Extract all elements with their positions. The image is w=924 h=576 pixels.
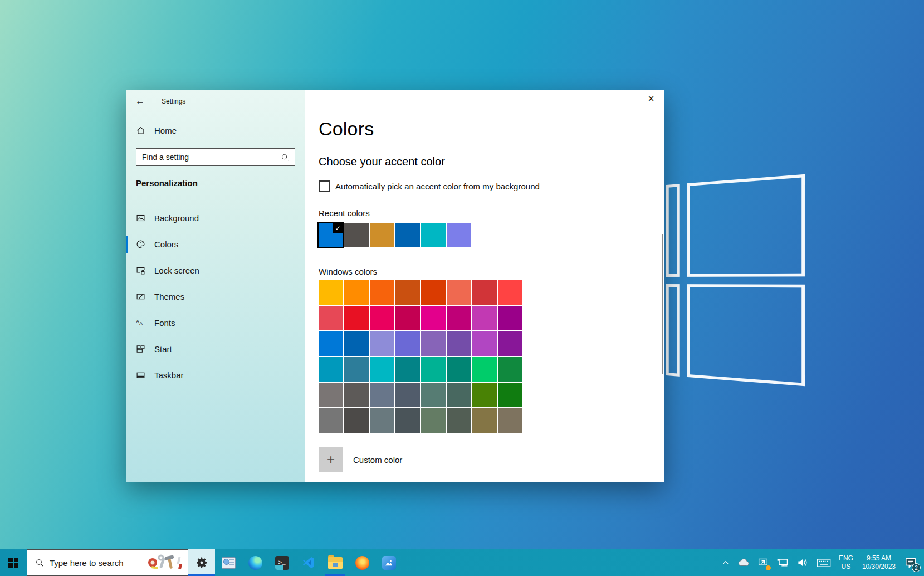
windows-color-swatch[interactable] xyxy=(498,383,522,407)
windows-color-swatch[interactable] xyxy=(447,357,471,382)
sidebar-item-colors[interactable]: Colors xyxy=(126,231,305,257)
legacy-app-icon xyxy=(222,557,236,569)
windows-color-swatch[interactable] xyxy=(319,357,343,382)
windows-color-swatch[interactable] xyxy=(370,408,394,433)
search-tools-illustration xyxy=(146,554,183,571)
sidebar-item-background[interactable]: Background xyxy=(126,205,305,231)
find-setting-search[interactable]: Find a setting xyxy=(136,148,295,166)
windows-color-swatch[interactable] xyxy=(472,331,497,356)
sidebar-item-themes[interactable]: Themes xyxy=(126,284,305,310)
network-tray-icon[interactable] xyxy=(773,549,793,576)
volume-tray-icon[interactable] xyxy=(793,549,813,576)
hidden-icons-chevron[interactable] xyxy=(718,549,734,576)
windows-color-swatch[interactable] xyxy=(370,383,394,407)
windows-color-swatch[interactable] xyxy=(344,383,369,407)
windows-color-swatch[interactable] xyxy=(344,280,369,305)
taskbar-apps: >_ xyxy=(188,549,402,576)
windows-color-swatch[interactable] xyxy=(421,383,446,407)
sidebar-item-label: Fonts xyxy=(154,318,175,328)
windows-color-swatch[interactable] xyxy=(498,280,522,305)
recent-color-swatch[interactable] xyxy=(370,223,394,247)
display-sync-tray-icon[interactable] xyxy=(754,549,773,576)
action-center-button[interactable]: 2 xyxy=(901,549,921,576)
windows-color-swatch[interactable] xyxy=(472,306,497,330)
windows-color-swatch[interactable] xyxy=(421,331,446,356)
touch-keyboard-tray-icon[interactable] xyxy=(813,549,835,576)
windows-color-swatch[interactable] xyxy=(472,383,497,407)
windows-color-swatch[interactable] xyxy=(447,408,471,433)
scrollbar-thumb[interactable] xyxy=(662,234,663,374)
sidebar-item-taskbar[interactable]: Taskbar xyxy=(126,362,305,388)
taskbar-app-firefox[interactable] xyxy=(349,549,375,576)
recent-color-swatch[interactable] xyxy=(395,223,420,247)
windows-color-swatch[interactable] xyxy=(421,280,446,305)
back-button[interactable]: ← xyxy=(135,96,152,107)
sidebar-item-fonts[interactable]: A A Fonts xyxy=(126,310,305,336)
window-title: Settings xyxy=(162,97,185,105)
taskbar-app-settings[interactable] xyxy=(188,549,215,576)
auto-accent-checkbox[interactable] xyxy=(319,180,330,192)
start-button[interactable] xyxy=(0,549,27,576)
search-icon xyxy=(281,153,289,162)
auto-accent-row: Automatically pick an accent color from … xyxy=(319,180,540,192)
windows-color-swatch[interactable] xyxy=(344,408,369,433)
windows-color-swatch[interactable] xyxy=(498,357,522,382)
windows-color-swatch[interactable] xyxy=(319,306,343,330)
recent-color-swatch[interactable] xyxy=(421,223,446,247)
windows-color-swatch[interactable] xyxy=(395,357,420,382)
windows-color-swatch[interactable] xyxy=(370,280,394,305)
windows-color-swatch[interactable] xyxy=(319,280,343,305)
windows-color-swatch[interactable] xyxy=(395,383,420,407)
sidebar-item-home[interactable]: Home xyxy=(126,120,305,140)
maximize-button[interactable] xyxy=(613,90,638,107)
windows-color-swatch[interactable] xyxy=(319,331,343,356)
windows-color-swatch[interactable] xyxy=(472,280,497,305)
taskbar-app-edge[interactable] xyxy=(242,549,268,576)
titlebar-left: ← Settings xyxy=(135,96,185,107)
custom-color-button[interactable]: + xyxy=(319,447,343,472)
sidebar-item-start[interactable]: Start xyxy=(126,336,305,362)
windows-color-swatch[interactable] xyxy=(421,306,446,330)
taskbar-app-photos[interactable] xyxy=(375,549,402,576)
clock[interactable]: 9:55 AM 10/30/2023 xyxy=(857,549,901,576)
taskbar-app-file-explorer[interactable] xyxy=(322,549,349,576)
windows-color-swatch[interactable] xyxy=(344,357,369,382)
windows-color-swatch[interactable] xyxy=(447,280,471,305)
windows-color-swatch[interactable] xyxy=(319,408,343,433)
windows-color-swatch[interactable] xyxy=(447,306,471,330)
onedrive-tray-icon[interactable] xyxy=(734,549,754,576)
windows-color-swatch[interactable] xyxy=(370,306,394,330)
windows-color-swatch[interactable] xyxy=(319,383,343,407)
language-indicator[interactable]: ENG US xyxy=(835,549,857,576)
page-title: Colors xyxy=(319,118,374,140)
windows-color-swatch[interactable] xyxy=(395,306,420,330)
windows-color-swatch[interactable] xyxy=(344,331,369,356)
sidebar-item-lock-screen[interactable]: Lock screen xyxy=(126,257,305,284)
language-line2: US xyxy=(839,563,853,571)
windows-color-swatch[interactable] xyxy=(421,408,446,433)
windows-color-swatch[interactable] xyxy=(395,331,420,356)
windows-color-swatch[interactable] xyxy=(498,331,522,356)
taskbar-app-vscode[interactable] xyxy=(295,549,322,576)
windows-color-swatch[interactable] xyxy=(472,357,497,382)
windows-color-swatch[interactable] xyxy=(498,408,522,433)
windows-color-swatch[interactable] xyxy=(395,408,420,433)
windows-color-swatch[interactable] xyxy=(421,357,446,382)
close-button[interactable]: × xyxy=(638,90,664,107)
taskbar-search[interactable]: Type here to search xyxy=(27,549,188,576)
windows-color-swatch[interactable] xyxy=(395,280,420,305)
recent-color-swatch-selected[interactable]: ✓ xyxy=(319,223,343,247)
windows-color-swatch[interactable] xyxy=(498,306,522,330)
recent-color-swatch[interactable] xyxy=(344,223,369,247)
minimize-button[interactable] xyxy=(587,90,613,107)
recent-color-swatch[interactable] xyxy=(447,223,471,247)
taskbar-app-terminal[interactable]: >_ xyxy=(268,549,295,576)
windows-color-swatch[interactable] xyxy=(447,331,471,356)
windows-color-swatch[interactable] xyxy=(370,357,394,382)
network-icon xyxy=(776,558,789,568)
windows-color-swatch[interactable] xyxy=(447,383,471,407)
windows-color-swatch[interactable] xyxy=(370,331,394,356)
taskbar-app-legacy[interactable] xyxy=(215,549,242,576)
windows-color-swatch[interactable] xyxy=(344,306,369,330)
windows-color-swatch[interactable] xyxy=(472,408,497,433)
